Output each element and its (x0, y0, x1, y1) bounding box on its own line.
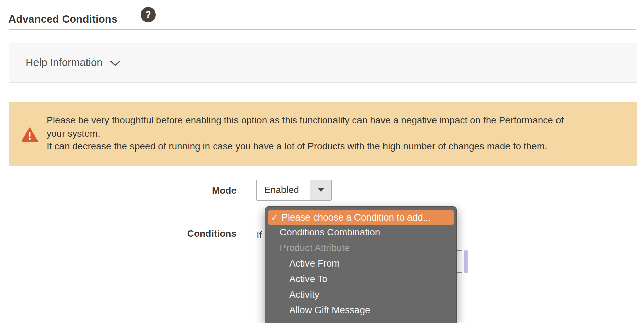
conditions-tree-dotted-edge (256, 252, 256, 272)
dropdown-option-allow-gift-message[interactable]: Allow Gift Message (265, 302, 456, 318)
dropdown-option-activity[interactable]: Activity (265, 287, 456, 302)
dropdown-option-active-from[interactable]: Active From (265, 256, 456, 271)
dropdown-option-selected[interactable]: ✓ Please choose a Condition to add... (268, 210, 454, 225)
mode-label: Mode (135, 185, 237, 196)
warning-message-text: Please be very thoughtful before enablin… (47, 114, 616, 153)
warning-line-2: your system. (47, 127, 616, 140)
triangle-down-icon (318, 188, 324, 192)
conditions-if-prefix: If (257, 230, 262, 240)
warning-triangle-icon (21, 127, 38, 143)
dropdown-group-product-attribute: Product Attribute (265, 240, 456, 256)
mode-select-arrow-button[interactable] (310, 180, 331, 200)
title-divider (9, 29, 636, 30)
help-information-section[interactable]: Help Information (9, 43, 637, 83)
conditions-label: Conditions (135, 228, 237, 239)
chevron-down-icon (110, 60, 121, 68)
help-information-label: Help Information (26, 56, 102, 69)
warning-message-box: Please be very thoughtful before enablin… (9, 102, 637, 166)
dropdown-option-label: Please choose a Condition to add... (281, 212, 431, 223)
checkmark-icon: ✓ (271, 213, 279, 223)
warning-line-3: It can decrease the speed of running in … (47, 140, 616, 153)
condition-dropdown-menu: ✓ Please choose a Condition to add... Co… (265, 206, 457, 323)
text-caret-bar (464, 250, 468, 273)
help-question-icon[interactable]: ? (141, 7, 156, 22)
warning-line-1: Please be very thoughtful before enablin… (47, 114, 616, 127)
page-title: Advanced Conditions (8, 13, 117, 25)
dropdown-option-conditions-combination[interactable]: Conditions Combination (265, 225, 456, 240)
mode-select-value: Enabled (257, 180, 310, 200)
dropdown-option-active-to[interactable]: Active To (265, 271, 456, 287)
mode-select[interactable]: Enabled (256, 180, 332, 201)
